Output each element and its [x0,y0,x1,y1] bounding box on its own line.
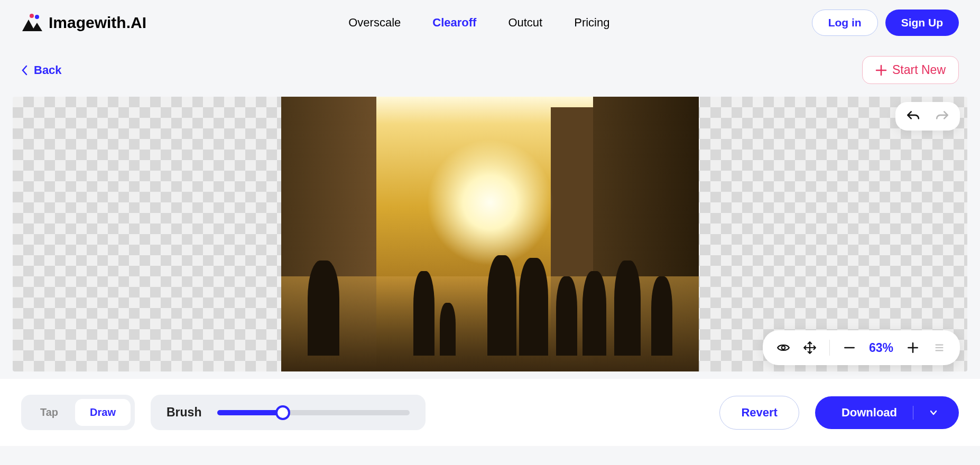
nav-auth: Log in Sign Up [812,10,959,36]
plus-icon [875,64,887,76]
editing-image[interactable] [281,97,699,371]
menu-icon[interactable] [932,341,946,355]
back-label: Back [34,63,62,77]
download-label: Download [842,406,897,420]
nav-clearoff[interactable]: Clearoff [432,16,476,30]
login-button[interactable]: Log in [812,10,878,36]
tap-mode-button[interactable]: Tap [25,399,73,426]
zoom-panel: 63% [763,330,960,365]
back-link[interactable]: Back [21,63,62,77]
nav-outcut[interactable]: Outcut [508,16,542,30]
brand-name: Imagewith.AI [49,14,146,32]
download-button[interactable]: Download [815,396,959,429]
brush-slider-fill [217,410,283,415]
separator [829,340,830,356]
logo[interactable]: Imagewith.AI [21,12,146,33]
bottom-toolbar: Tap Draw Brush Revert Download [0,379,980,446]
nav-pricing[interactable]: Pricing [574,16,609,30]
subbar: Back Start New [0,45,980,95]
chevron-left-icon [21,65,29,76]
zoom-in-icon[interactable] [906,341,920,355]
svg-point-0 [30,14,34,18]
nav-overscale[interactable]: Overscale [348,16,401,30]
signup-button[interactable]: Sign Up [885,10,959,36]
start-new-label: Start New [892,63,946,77]
brush-label: Brush [167,405,201,420]
mode-toggle: Tap Draw [21,395,135,430]
undo-icon[interactable] [906,109,920,123]
nav-main: Overscale Clearoff Outcut Pricing [348,16,609,30]
zoom-out-icon[interactable] [843,341,856,355]
brush-slider[interactable] [217,410,410,415]
brush-slider-thumb[interactable] [275,405,290,420]
brush-control: Brush [151,395,426,430]
svg-point-1 [35,15,39,19]
header: Imagewith.AI Overscale Clearoff Outcut P… [0,0,980,45]
eye-icon[interactable] [776,341,790,355]
revert-button[interactable]: Revert [719,396,799,430]
start-new-button[interactable]: Start New [862,56,959,84]
logo-icon [21,12,42,33]
canvas-area[interactable]: 63% [13,97,967,371]
undo-redo-panel [895,102,960,131]
move-icon[interactable] [803,341,817,355]
svg-point-2 [782,346,785,350]
separator [913,406,913,420]
draw-mode-button[interactable]: Draw [75,399,131,426]
zoom-value: 63% [869,341,893,355]
chevron-down-icon[interactable] [929,408,938,417]
redo-icon[interactable] [936,109,949,123]
